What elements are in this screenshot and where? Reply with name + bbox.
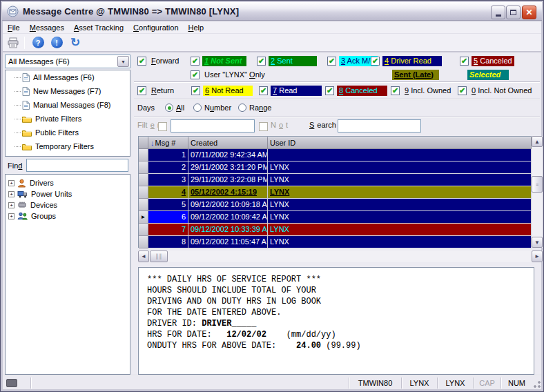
search-input[interactable] [338, 119, 421, 133]
checkbox-return[interactable]: ✔ [137, 86, 146, 95]
days-label: Days [137, 102, 155, 113]
sidebar-item-devices[interactable]: + Devices [6, 199, 130, 210]
cell-user-id: LYNX [268, 224, 532, 236]
vertical-scrollbar[interactable]: ▲ ≡ ▼ [532, 136, 543, 248]
expand-icon[interactable]: + [8, 180, 14, 186]
expand-icon[interactable]: + [8, 213, 14, 219]
scroll-right-icon[interactable]: ► [532, 251, 543, 262]
info-button[interactable]: ! [48, 35, 65, 50]
sidebar-item-temporary-filters[interactable]: Temporary Filters [6, 139, 130, 153]
radio-days-range[interactable]: Range [238, 102, 271, 113]
cell-created: 07/11/2002 9:42:34 AM [188, 149, 268, 161]
label-return: Return [149, 86, 176, 96]
row-selector[interactable] [139, 236, 148, 248]
cell-user-id: LYNX [268, 186, 532, 199]
menu-asset-tracking[interactable]: Asset Tracking [69, 22, 128, 33]
message-row-4[interactable]: 4 05/12/2002 4:15:19 LYNX [139, 186, 532, 199]
label-1-not-sent: 1 Not Sent [202, 56, 246, 66]
message-filter-combobox[interactable]: All Messages (F6) ▼ [5, 55, 130, 68]
menu-configuration[interactable]: Configuration [128, 22, 183, 33]
combobox-value: All Messages (F6) [6, 57, 117, 66]
print-button[interactable] [5, 35, 21, 50]
find-input[interactable] [26, 159, 128, 172]
sidebar-item-private-filters[interactable]: Private Filters [6, 112, 130, 126]
row-selector[interactable] [139, 174, 148, 186]
filter-8-canceled: ✔ 8 Canceled [325, 85, 387, 96]
scroll-down-icon[interactable]: ▼ [532, 237, 543, 248]
column-header-msg[interactable]: ↓Msg # [148, 137, 188, 149]
menu-help[interactable]: Help [184, 22, 209, 33]
tree-item-label: Devices [30, 201, 57, 209]
close-button[interactable]: ✕ [522, 6, 536, 19]
checkbox-8-canceled[interactable]: ✔ [325, 86, 334, 95]
column-header-created[interactable]: Created [188, 137, 268, 149]
message-row-6[interactable]: ► 6 09/12/2002 10:09:42 AM LYNX [139, 211, 532, 224]
label-forward: Forward [149, 56, 181, 66]
days-row: Days All Number Range [133, 102, 541, 116]
tree-item-label: Drivers [30, 179, 54, 187]
vertical-scroll-thumb[interactable]: ≡ [532, 176, 543, 193]
left-panel: All Messages (F6) ▼ All Messages (F6) Ne… [3, 52, 131, 375]
tree-item-label: Private Filters [35, 115, 81, 123]
sidebar-item-power-units[interactable]: + Power Units [6, 188, 130, 199]
help-button[interactable]: ? [30, 35, 46, 50]
row-selector[interactable] [139, 161, 148, 174]
sidebar-item-manual-messages-f8[interactable]: Manual Messages (F8) [6, 98, 130, 112]
checkbox-4-driver-read[interactable]: ✔ [371, 57, 380, 66]
filter-checkbox[interactable] [158, 122, 167, 131]
maximize-button[interactable] [506, 6, 521, 19]
checkbox-1-not-sent[interactable]: ✔ [191, 57, 200, 66]
filter-enable [158, 121, 167, 132]
row-selector[interactable]: ► [139, 211, 148, 224]
radio-days-number[interactable]: Number [193, 102, 231, 113]
badge-selected: Selected [465, 69, 509, 80]
filter-input[interactable] [171, 119, 255, 133]
horizontal-scrollbar[interactable]: ◄ ║║ ► [138, 251, 543, 262]
message-row-8[interactable]: 8 09/12/2002 11:05:47 AM LYNX [139, 236, 532, 248]
checkbox-7-read[interactable]: ✔ [259, 86, 268, 95]
radio-days-all[interactable]: All [165, 102, 184, 113]
checkbox-6-not-read[interactable]: ✔ [191, 86, 200, 95]
row-selector[interactable] [139, 199, 148, 211]
sidebar-item-all-messages-f6[interactable]: All Messages (F6) [6, 70, 130, 84]
checkbox-3-ack-m-u[interactable]: ✔ [327, 57, 336, 66]
filter-5-canceled: ✔ 5 Canceled [460, 55, 514, 66]
expand-icon[interactable]: + [8, 202, 14, 208]
row-selector[interactable] [139, 186, 148, 199]
message-row-1[interactable]: 1 07/11/2002 9:42:34 AM [139, 149, 532, 161]
sidebar-item-groups[interactable]: + Groups [6, 210, 130, 222]
message-row-2[interactable]: 2 29/11/2002 3:21:20 PM LYNX [139, 161, 532, 174]
title-bar[interactable]: Message Centre @ TMWIN80 => TMWIN80 [LYN… [2, 2, 542, 21]
scroll-up-icon[interactable]: ▲ [532, 136, 543, 147]
message-row-3[interactable]: 3 29/11/2002 3:22:08 PM LYNX [139, 174, 532, 186]
row-selector[interactable] [139, 224, 148, 236]
tree-guide [14, 146, 21, 147]
checkbox-0-incl-not-owned[interactable]: ✔ [458, 86, 467, 95]
sidebar-item-public-filters[interactable]: Public Filters [6, 126, 130, 139]
sidebar-item-new-messages-f7[interactable]: New Messages (F7) [6, 84, 130, 98]
status-icon-panel [3, 378, 30, 389]
checkbox-9-incl-owned[interactable]: ✔ [391, 86, 400, 95]
checkbox-2-sent[interactable]: ✔ [257, 57, 266, 66]
column-header-user-id[interactable]: User ID [268, 137, 532, 149]
horizontal-scroll-thumb[interactable]: ║║ [150, 251, 168, 262]
find-row: Find [5, 158, 130, 173]
menu-file[interactable]: File [3, 22, 25, 33]
minimize-button[interactable] [491, 6, 505, 19]
chevron-down-icon[interactable]: ▼ [117, 56, 129, 67]
checkbox-user-lynx-only[interactable]: ✔ [191, 70, 200, 79]
refresh-button[interactable]: ↻ [67, 35, 84, 50]
expand-icon[interactable]: + [8, 191, 14, 197]
not-checkbox[interactable] [259, 122, 268, 131]
grid-body: 1 07/11/2002 9:42:34 AM 2 29/11/2002 3:2… [139, 149, 532, 248]
sidebar-item-drivers[interactable]: + Drivers [6, 177, 130, 188]
menu-messages[interactable]: Messages [25, 22, 69, 33]
label-user-lynx-only: User "LYNX" Only [202, 70, 267, 80]
checkbox-5-canceled[interactable]: ✔ [460, 57, 469, 66]
checkbox-forward[interactable]: ✔ [137, 57, 146, 66]
scroll-left-icon[interactable]: ◄ [138, 251, 149, 262]
message-row-7[interactable]: 7 09/12/2002 10:33:39 AM LYNX [139, 224, 532, 236]
message-row-5[interactable]: 5 09/12/2002 10:09:18 AM LYNX [139, 199, 532, 211]
row-selector[interactable] [139, 149, 148, 161]
resize-grip[interactable] [532, 378, 541, 389]
